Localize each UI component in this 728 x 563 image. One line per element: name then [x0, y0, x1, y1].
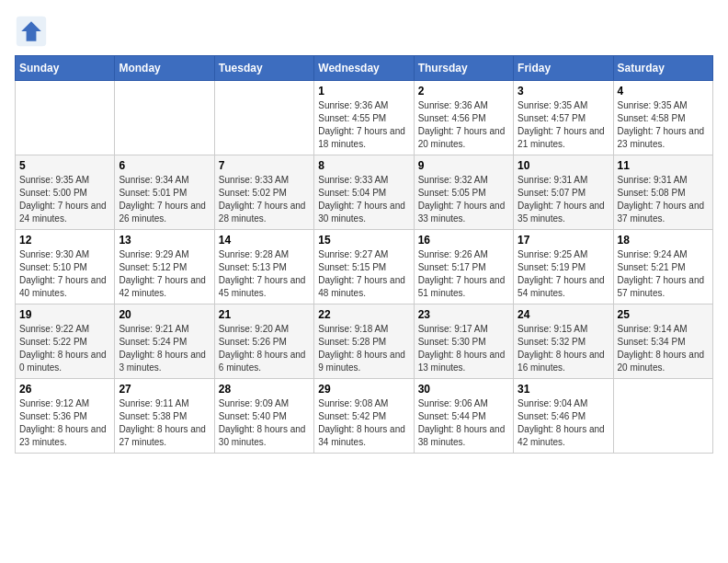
day-info: Sunrise: 9:22 AMSunset: 5:22 PMDaylight:… — [19, 323, 110, 374]
day-cell: 11Sunrise: 9:31 AMSunset: 5:08 PMDayligh… — [613, 155, 712, 230]
day-number: 25 — [618, 308, 709, 321]
day-number: 31 — [518, 383, 609, 396]
day-number: 9 — [418, 159, 509, 172]
day-number: 28 — [219, 383, 310, 396]
day-cell — [214, 81, 313, 155]
day-number: 5 — [19, 159, 110, 172]
day-info: Sunrise: 9:17 AMSunset: 5:30 PMDaylight:… — [418, 323, 509, 374]
day-info: Sunrise: 9:27 AMSunset: 5:15 PMDaylight:… — [318, 248, 409, 300]
weekday-header-sunday: Sunday — [16, 56, 115, 81]
day-cell: 27Sunrise: 9:11 AMSunset: 5:38 PMDayligh… — [115, 379, 214, 454]
day-info: Sunrise: 9:35 AMSunset: 4:57 PMDaylight:… — [518, 99, 609, 151]
weekday-header-wednesday: Wednesday — [314, 56, 414, 81]
day-number: 20 — [119, 308, 210, 321]
day-number: 1 — [318, 85, 409, 98]
day-info: Sunrise: 9:30 AMSunset: 5:10 PMDaylight:… — [19, 248, 110, 300]
day-number: 13 — [119, 234, 210, 247]
day-cell — [613, 379, 712, 454]
day-cell: 29Sunrise: 9:08 AMSunset: 5:42 PMDayligh… — [314, 379, 414, 454]
day-cell: 15Sunrise: 9:27 AMSunset: 5:15 PMDayligh… — [314, 230, 414, 304]
weekday-header-tuesday: Tuesday — [214, 56, 313, 81]
week-row-2: 5Sunrise: 9:35 AMSunset: 5:00 PMDaylight… — [16, 155, 713, 230]
day-info: Sunrise: 9:14 AMSunset: 5:34 PMDaylight:… — [618, 323, 709, 374]
day-number: 6 — [119, 159, 210, 172]
day-info: Sunrise: 9:15 AMSunset: 5:32 PMDaylight:… — [518, 323, 609, 374]
day-cell: 31Sunrise: 9:04 AMSunset: 5:46 PMDayligh… — [514, 379, 613, 454]
day-info: Sunrise: 9:31 AMSunset: 5:07 PMDaylight:… — [518, 174, 609, 225]
day-info: Sunrise: 9:33 AMSunset: 5:02 PMDaylight:… — [219, 174, 310, 225]
day-info: Sunrise: 9:21 AMSunset: 5:24 PMDaylight:… — [119, 323, 210, 374]
day-cell: 14Sunrise: 9:28 AMSunset: 5:13 PMDayligh… — [214, 230, 313, 304]
day-cell: 8Sunrise: 9:33 AMSunset: 5:04 PMDaylight… — [314, 155, 414, 230]
day-number: 8 — [318, 159, 409, 172]
day-info: Sunrise: 9:34 AMSunset: 5:01 PMDaylight:… — [119, 174, 210, 225]
weekday-header-monday: Monday — [115, 56, 214, 81]
logo-icon — [15, 15, 48, 48]
weekday-header-row: SundayMondayTuesdayWednesdayThursdayFrid… — [16, 56, 713, 81]
day-number: 19 — [19, 308, 110, 321]
week-row-3: 12Sunrise: 9:30 AMSunset: 5:10 PMDayligh… — [16, 230, 713, 304]
day-info: Sunrise: 9:32 AMSunset: 5:05 PMDaylight:… — [418, 174, 509, 225]
day-info: Sunrise: 9:25 AMSunset: 5:19 PMDaylight:… — [518, 248, 609, 300]
day-info: Sunrise: 9:20 AMSunset: 5:26 PMDaylight:… — [219, 323, 310, 374]
day-cell: 19Sunrise: 9:22 AMSunset: 5:22 PMDayligh… — [16, 304, 115, 379]
day-cell: 16Sunrise: 9:26 AMSunset: 5:17 PMDayligh… — [414, 230, 513, 304]
day-info: Sunrise: 9:31 AMSunset: 5:08 PMDaylight:… — [618, 174, 709, 225]
day-number: 27 — [119, 383, 210, 396]
day-info: Sunrise: 9:26 AMSunset: 5:17 PMDaylight:… — [418, 248, 509, 300]
day-info: Sunrise: 9:36 AMSunset: 4:56 PMDaylight:… — [418, 99, 509, 151]
day-info: Sunrise: 9:09 AMSunset: 5:40 PMDaylight:… — [219, 397, 310, 449]
day-cell: 5Sunrise: 9:35 AMSunset: 5:00 PMDaylight… — [16, 155, 115, 230]
day-cell: 25Sunrise: 9:14 AMSunset: 5:34 PMDayligh… — [613, 304, 712, 379]
day-number: 16 — [418, 234, 509, 247]
day-number: 23 — [418, 308, 509, 321]
day-number: 11 — [618, 159, 709, 172]
day-info: Sunrise: 9:06 AMSunset: 5:44 PMDaylight:… — [418, 397, 509, 449]
day-cell — [16, 81, 115, 155]
day-cell: 20Sunrise: 9:21 AMSunset: 5:24 PMDayligh… — [115, 304, 214, 379]
day-number: 30 — [418, 383, 509, 396]
day-cell: 6Sunrise: 9:34 AMSunset: 5:01 PMDaylight… — [115, 155, 214, 230]
week-row-4: 19Sunrise: 9:22 AMSunset: 5:22 PMDayligh… — [16, 304, 713, 379]
day-info: Sunrise: 9:11 AMSunset: 5:38 PMDaylight:… — [119, 397, 210, 449]
day-number: 26 — [19, 383, 110, 396]
week-row-5: 26Sunrise: 9:12 AMSunset: 5:36 PMDayligh… — [16, 379, 713, 454]
weekday-header-friday: Friday — [514, 56, 613, 81]
calendar-table: SundayMondayTuesdayWednesdayThursdayFrid… — [15, 55, 713, 454]
day-info: Sunrise: 9:36 AMSunset: 4:55 PMDaylight:… — [318, 99, 409, 151]
weekday-header-thursday: Thursday — [414, 56, 513, 81]
day-info: Sunrise: 9:33 AMSunset: 5:04 PMDaylight:… — [318, 174, 409, 225]
day-cell: 17Sunrise: 9:25 AMSunset: 5:19 PMDayligh… — [514, 230, 613, 304]
day-cell: 28Sunrise: 9:09 AMSunset: 5:40 PMDayligh… — [214, 379, 313, 454]
day-info: Sunrise: 9:12 AMSunset: 5:36 PMDaylight:… — [19, 397, 110, 449]
day-cell: 18Sunrise: 9:24 AMSunset: 5:21 PMDayligh… — [613, 230, 712, 304]
day-cell: 9Sunrise: 9:32 AMSunset: 5:05 PMDaylight… — [414, 155, 513, 230]
day-cell: 26Sunrise: 9:12 AMSunset: 5:36 PMDayligh… — [16, 379, 115, 454]
day-cell: 22Sunrise: 9:18 AMSunset: 5:28 PMDayligh… — [314, 304, 414, 379]
day-cell: 13Sunrise: 9:29 AMSunset: 5:12 PMDayligh… — [115, 230, 214, 304]
day-info: Sunrise: 9:35 AMSunset: 5:00 PMDaylight:… — [19, 174, 110, 225]
day-info: Sunrise: 9:28 AMSunset: 5:13 PMDaylight:… — [219, 248, 310, 300]
day-info: Sunrise: 9:35 AMSunset: 4:58 PMDaylight:… — [618, 99, 709, 151]
day-cell: 1Sunrise: 9:36 AMSunset: 4:55 PMDaylight… — [314, 81, 414, 155]
day-number: 12 — [19, 234, 110, 247]
day-number: 24 — [518, 308, 609, 321]
day-info: Sunrise: 9:04 AMSunset: 5:46 PMDaylight:… — [518, 397, 609, 449]
day-number: 10 — [518, 159, 609, 172]
day-info: Sunrise: 9:08 AMSunset: 5:42 PMDaylight:… — [318, 397, 409, 449]
day-cell: 3Sunrise: 9:35 AMSunset: 4:57 PMDaylight… — [514, 81, 613, 155]
day-cell: 24Sunrise: 9:15 AMSunset: 5:32 PMDayligh… — [514, 304, 613, 379]
day-cell: 2Sunrise: 9:36 AMSunset: 4:56 PMDaylight… — [414, 81, 513, 155]
day-info: Sunrise: 9:29 AMSunset: 5:12 PMDaylight:… — [119, 248, 210, 300]
day-number: 29 — [318, 383, 409, 396]
day-info: Sunrise: 9:18 AMSunset: 5:28 PMDaylight:… — [318, 323, 409, 374]
day-number: 18 — [618, 234, 709, 247]
day-number: 2 — [418, 85, 509, 98]
day-cell: 23Sunrise: 9:17 AMSunset: 5:30 PMDayligh… — [414, 304, 513, 379]
day-info: Sunrise: 9:24 AMSunset: 5:21 PMDaylight:… — [618, 248, 709, 300]
day-cell: 10Sunrise: 9:31 AMSunset: 5:07 PMDayligh… — [514, 155, 613, 230]
day-number: 15 — [318, 234, 409, 247]
week-row-1: 1Sunrise: 9:36 AMSunset: 4:55 PMDaylight… — [16, 81, 713, 155]
day-number: 7 — [219, 159, 310, 172]
day-cell: 12Sunrise: 9:30 AMSunset: 5:10 PMDayligh… — [16, 230, 115, 304]
